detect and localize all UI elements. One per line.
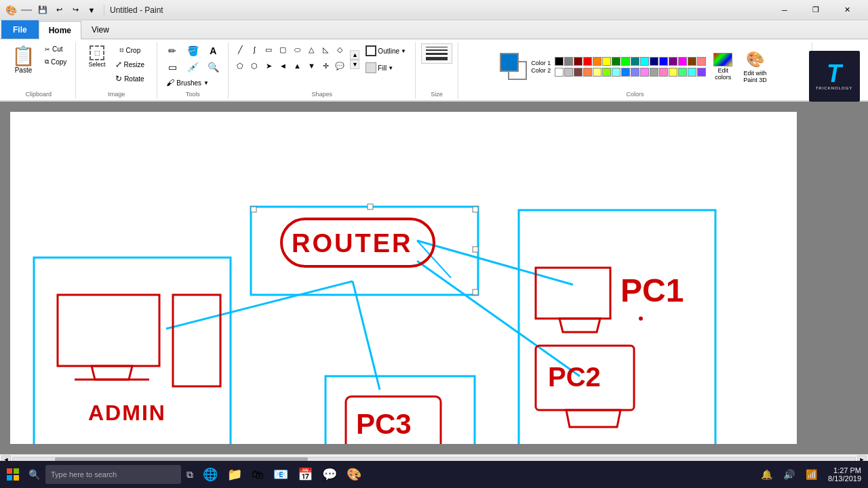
color-swatch[interactable] <box>631 57 639 66</box>
tab-view[interactable]: View <box>81 20 119 39</box>
color-swatch[interactable] <box>688 57 696 66</box>
photoshop-btn[interactable]: 🎨 <box>342 462 366 487</box>
color-swatch[interactable] <box>659 68 668 77</box>
shapes-scroll-up[interactable]: ▲ <box>350 50 359 60</box>
color-swatch[interactable] <box>621 68 630 77</box>
size-3px[interactable] <box>426 53 448 55</box>
brushes-btn[interactable]: 🖌 Brushes ▼ <box>163 76 212 89</box>
color-swatch[interactable] <box>564 57 573 66</box>
color-swatch[interactable] <box>593 68 601 77</box>
pentagon-shape[interactable]: ⬠ <box>234 60 246 72</box>
taskbar-search-input[interactable] <box>45 465 181 484</box>
cut-btn[interactable]: ✂ Cut <box>41 43 70 55</box>
qat-dropdown-btn[interactable]: ▼ <box>85 3 98 17</box>
network-btn[interactable]: 📶 <box>802 462 821 487</box>
color-swatch[interactable] <box>669 68 677 77</box>
color-swatch[interactable] <box>593 57 601 66</box>
color-swatch[interactable] <box>631 68 639 77</box>
canvas-container[interactable]: ADMIN ROUTER PC3 <box>0 102 868 454</box>
time-display[interactable]: 1:27 PM 8/13/2019 <box>824 466 865 483</box>
color-swatch[interactable] <box>564 68 573 77</box>
minimize-btn[interactable]: ─ <box>769 0 800 20</box>
tab-file[interactable]: File <box>1 20 39 39</box>
tab-home[interactable]: Home <box>39 21 81 39</box>
color-swatch[interactable] <box>612 68 620 77</box>
color-swatch[interactable] <box>678 68 687 77</box>
task-view-btn[interactable]: ⧉ <box>182 462 197 487</box>
color-swatch[interactable] <box>583 68 592 77</box>
left-arrow-shape[interactable]: ◄ <box>277 60 289 72</box>
fill-dropdown[interactable]: Fill ▼ <box>362 60 410 75</box>
drawing-canvas[interactable]: ADMIN ROUTER PC3 <box>10 112 797 444</box>
rounded-rect-shape[interactable]: ▢ <box>277 43 289 56</box>
shapes-scroll-down[interactable]: ▼ <box>350 60 359 69</box>
line-shape[interactable]: ╱ <box>234 43 246 56</box>
volume-btn[interactable]: 🔊 <box>779 462 799 487</box>
down-arrow-shape[interactable]: ▼ <box>305 60 317 72</box>
outline-dropdown[interactable]: Outline ▼ <box>362 43 410 58</box>
rotate-btn[interactable]: ↻ Rotate <box>112 72 149 85</box>
store-btn[interactable]: 🛍 <box>248 462 268 487</box>
color-swatch[interactable] <box>659 57 668 66</box>
restore-btn[interactable]: ❐ <box>800 0 831 20</box>
pencil-btn[interactable]: ✏ <box>163 43 182 58</box>
color-swatch[interactable] <box>669 57 677 66</box>
up-arrow-shape[interactable]: ▲ <box>291 60 303 72</box>
notification-btn[interactable]: 🔔 <box>757 462 776 487</box>
resize-btn[interactable]: ⤢ Resize <box>112 58 149 71</box>
start-btn[interactable] <box>3 462 23 487</box>
size-1px[interactable] <box>426 47 448 47</box>
color-swatch[interactable] <box>688 68 696 77</box>
color-swatch[interactable] <box>621 57 630 66</box>
magnifier-btn[interactable]: 🔍 <box>203 60 222 75</box>
color-swatch[interactable] <box>650 68 658 77</box>
calendar-btn[interactable]: 📅 <box>294 462 317 487</box>
save-qat-btn[interactable]: 💾 <box>36 3 50 17</box>
right-triangle-shape[interactable]: ◺ <box>319 43 332 56</box>
text-btn[interactable]: A <box>203 43 222 58</box>
explorer-btn[interactable]: 📁 <box>223 462 246 487</box>
right-arrow-shape[interactable]: ➤ <box>262 60 275 72</box>
diamond-shape[interactable]: ◇ <box>334 43 346 56</box>
color-swatch[interactable] <box>697 68 706 77</box>
eraser-btn[interactable]: ▭ <box>163 60 182 75</box>
fill-tool-btn[interactable]: 🪣 <box>183 43 202 58</box>
color-swatch[interactable] <box>583 57 592 66</box>
color-swatch[interactable] <box>612 57 620 66</box>
close-btn[interactable]: ✕ <box>831 0 863 20</box>
hexagon-shape[interactable]: ⬡ <box>248 60 260 72</box>
mail-btn[interactable]: 📧 <box>269 462 292 487</box>
4way-arrow-shape[interactable]: ✛ <box>319 60 332 72</box>
edit-paint3d-btn[interactable]: 🎨 Edit with Paint 3D <box>740 48 770 85</box>
edit-colors-btn[interactable]: Edit colors <box>710 51 736 83</box>
callout-shape[interactable]: 💬 <box>334 60 346 72</box>
size-2px[interactable] <box>426 49 448 51</box>
search-btn[interactable]: 🔍 <box>24 462 44 487</box>
select-btn[interactable]: ⬚ Select <box>85 43 109 70</box>
color-swatch[interactable] <box>697 57 706 66</box>
undo-qat-btn[interactable]: ↩ <box>52 3 66 17</box>
color-swatch[interactable] <box>650 57 658 66</box>
redo-qat-btn[interactable]: ↪ <box>68 3 82 17</box>
curve-shape[interactable]: ∫ <box>248 43 260 56</box>
color-swatch[interactable] <box>555 68 564 77</box>
crop-btn[interactable]: ⌗ Crop <box>112 43 149 57</box>
color-swatch[interactable] <box>640 57 649 66</box>
ellipse-shape[interactable]: ⬭ <box>291 43 303 56</box>
whatsapp-btn[interactable]: 💬 <box>318 462 341 487</box>
color-swatch[interactable] <box>574 57 583 66</box>
color-swatch[interactable] <box>555 57 564 66</box>
triangle-shape[interactable]: △ <box>305 43 317 56</box>
copy-btn[interactable]: ⧉ Copy <box>41 56 70 68</box>
color1-swatch[interactable] <box>500 53 519 72</box>
color-swatch[interactable] <box>602 57 611 66</box>
color-swatch[interactable] <box>640 68 649 77</box>
color-swatch[interactable] <box>602 68 611 77</box>
color-swatch[interactable] <box>678 57 687 66</box>
eyedropper-btn[interactable]: 💉 <box>183 60 202 75</box>
color-swatch[interactable] <box>574 68 583 77</box>
edge-btn[interactable]: 🌐 <box>199 462 222 487</box>
paste-btn[interactable]: 📋 Paste <box>7 43 40 77</box>
size-5px[interactable] <box>426 57 448 60</box>
rect-shape[interactable]: ▭ <box>262 43 275 56</box>
